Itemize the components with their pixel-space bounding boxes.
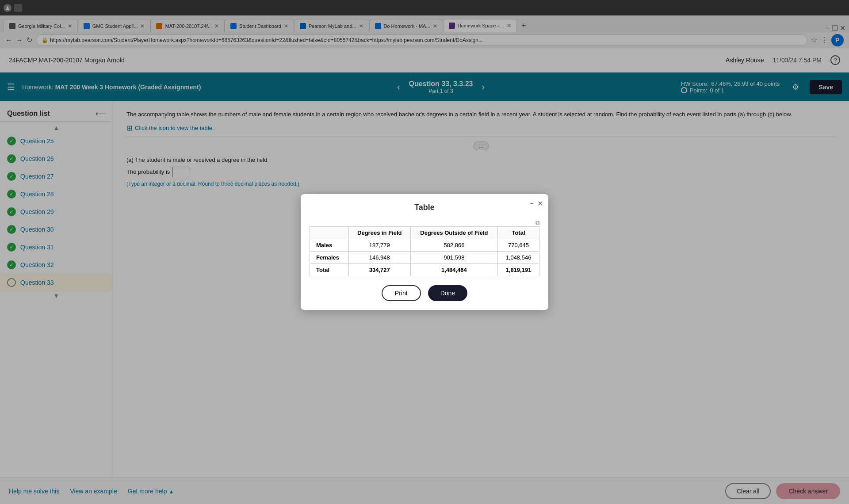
modal-button-row: Print Done: [310, 285, 539, 301]
modal-close-button[interactable]: ✕: [537, 199, 543, 208]
table-cell-males-total: 770,645: [497, 239, 539, 252]
table-cell-total-label: Total: [310, 264, 349, 276]
table-cell-females-total: 1,048,546: [497, 252, 539, 264]
modal-title: Table: [310, 203, 539, 212]
table-cell-total-outside: 1,484,464: [410, 264, 497, 276]
table-header-row: Degrees in Field Degrees Outside of Fiel…: [310, 227, 539, 239]
table-header-total: Total: [497, 227, 539, 239]
table-cell-males-in-field: 187,779: [348, 239, 410, 252]
table-cell-females-label: Females: [310, 252, 349, 264]
table-header-degrees-in-field: Degrees in Field: [348, 227, 410, 239]
table-cell-total-in-field: 334,727: [348, 264, 410, 276]
copy-icon[interactable]: ⧉: [535, 219, 539, 226]
table-cell-females-in-field: 146,948: [348, 252, 410, 264]
print-button[interactable]: Print: [382, 285, 421, 301]
done-button[interactable]: Done: [428, 285, 467, 301]
table-cell-females-outside: 901,598: [410, 252, 497, 264]
modal-controls: − ✕: [530, 199, 543, 208]
modal-box: − ✕ Table ⧉ Degrees in Field Degrees Out…: [301, 194, 548, 310]
table-header-degrees-outside: Degrees Outside of Field: [410, 227, 497, 239]
data-table: Degrees in Field Degrees Outside of Fiel…: [310, 226, 539, 276]
table-container: ⧉ Degrees in Field Degrees Outside of Fi…: [310, 219, 539, 276]
table-cell-males-label: Males: [310, 239, 349, 252]
modal-minimize-button[interactable]: −: [530, 199, 534, 208]
modal-overlay[interactable]: − ✕ Table ⧉ Degrees in Field Degrees Out…: [0, 0, 849, 504]
table-header-empty: [310, 227, 349, 239]
table-cell-males-outside: 582,866: [410, 239, 497, 252]
table-row: Males 187,779 582,866 770,645: [310, 239, 539, 252]
table-row: Total 334,727 1,484,464 1,819,191: [310, 264, 539, 276]
table-row: Females 146,948 901,598 1,048,546: [310, 252, 539, 264]
table-cell-total-total: 1,819,191: [497, 264, 539, 276]
